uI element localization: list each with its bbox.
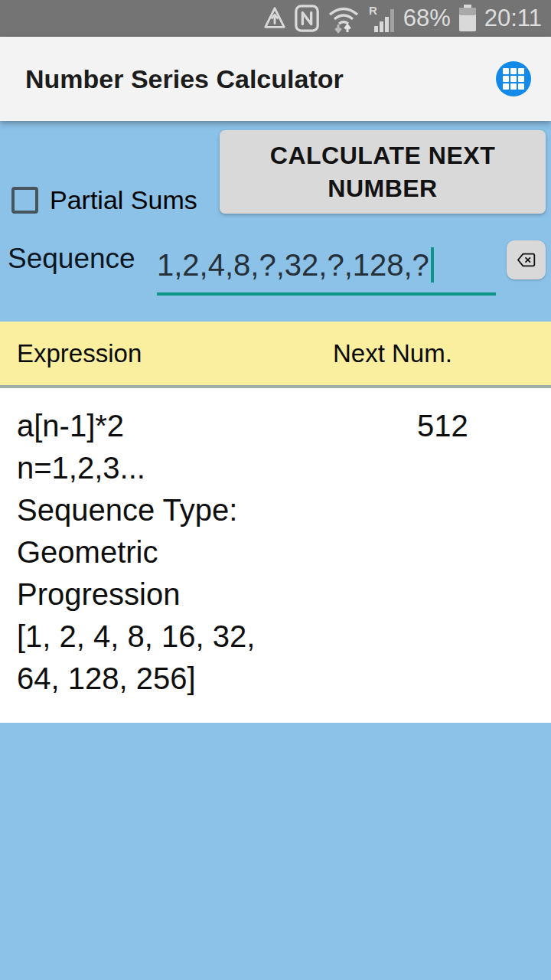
backspace-icon (516, 250, 536, 270)
signal-roaming-icon: R (367, 3, 396, 34)
clock: 20:11 (484, 0, 542, 37)
data-saver-icon (262, 5, 287, 32)
wifi-icon (327, 3, 360, 34)
battery-percent: 68% (403, 0, 451, 37)
app-bar: Number Series Calculator (0, 37, 551, 121)
column-header-expression: Expression (17, 322, 142, 385)
status-bar: R 68% 20:11 (0, 0, 551, 37)
nfc-icon (294, 4, 320, 33)
page-title: Number Series Calculator (25, 64, 344, 94)
partial-sums-checkbox-row[interactable]: Partial Sums (11, 184, 197, 216)
calculate-button-label: CALCULATE NEXT NUMBER (251, 139, 515, 205)
calculate-next-number-button[interactable]: CALCULATE NEXT NUMBER (220, 130, 546, 214)
partial-sums-checkbox[interactable] (11, 187, 38, 214)
grid-icon[interactable] (496, 61, 531, 96)
next-number-cell: 512 (417, 405, 468, 447)
partial-sums-label: Partial Sums (50, 185, 197, 215)
sequence-value: 1,2,4,8,?,32,?,128,? (157, 247, 429, 283)
phone-screen: R 68% 20:11 Number Series Calculator CAL… (0, 0, 551, 980)
sequence-input[interactable]: 1,2,4,8,?,32,?,128,? (157, 247, 496, 296)
results-list: a[n-1]*2 n=1,2,3... Sequence Type: Geome… (0, 388, 551, 723)
expression-cell: a[n-1]*2 n=1,2,3... Sequence Type: Geome… (17, 405, 407, 700)
battery-icon (458, 4, 478, 33)
svg-text:R: R (369, 4, 377, 17)
results-header-row: Expression Next Num. (0, 322, 551, 388)
column-header-next-num: Next Num. (333, 322, 452, 385)
backspace-button[interactable] (507, 240, 546, 279)
table-row[interactable]: a[n-1]*2 n=1,2,3... Sequence Type: Geome… (0, 388, 551, 723)
text-cursor (431, 247, 434, 283)
sequence-label: Sequence (8, 243, 135, 275)
